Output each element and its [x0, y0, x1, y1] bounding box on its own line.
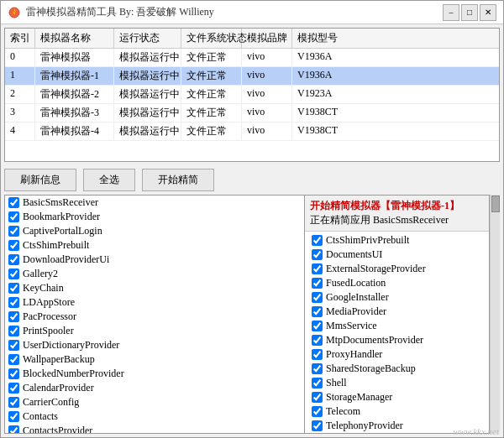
app-label: Gallery2	[23, 268, 58, 280]
list-item[interactable]: FusedLocation	[308, 276, 486, 290]
list-item[interactable]: BlockedNumberProvider	[5, 367, 304, 381]
app-checkbox[interactable]	[312, 235, 323, 246]
list-item[interactable]: WallpaperBackup	[5, 352, 304, 367]
close-button[interactable]: ✕	[480, 4, 496, 21]
app-checkbox[interactable]	[8, 397, 19, 408]
list-item[interactable]: StorageManager	[308, 390, 486, 404]
scrollbar-thumb[interactable]	[491, 196, 500, 212]
list-item[interactable]: KeyChain	[5, 281, 304, 295]
app-checkbox[interactable]	[8, 383, 19, 394]
list-item[interactable]: MmsService	[308, 319, 486, 333]
app-checkbox[interactable]	[312, 321, 323, 331]
app-label: MediaProvider	[326, 305, 386, 318]
app-checkbox[interactable]	[312, 349, 323, 360]
table-cell: vivo	[242, 49, 292, 66]
table-cell: 文件正常	[181, 67, 242, 85]
app-checkbox[interactable]	[312, 278, 323, 289]
app-checkbox[interactable]	[312, 378, 323, 388]
left-app-list: BasicSmsReceiverBookmarkProviderCaptiveP…	[4, 195, 305, 434]
trim-button[interactable]: 开始精简	[142, 169, 214, 191]
list-item[interactable]: UserDictionaryProvider	[5, 338, 304, 352]
app-checkbox[interactable]	[8, 425, 19, 434]
app-label: CaptivePortalLogin	[23, 225, 102, 237]
main-window: 雷神模拟器精简工具 By: 吾爱破解 Willieny – □ ✕ 索引 模拟器…	[0, 0, 504, 438]
list-item[interactable]: DownloadProviderUi	[5, 253, 304, 267]
app-checkbox[interactable]	[8, 340, 19, 351]
list-item[interactable]: Shell	[308, 376, 486, 390]
table-cell: 模拟器运行中	[114, 67, 181, 85]
table-header: 索引 模拟器名称 运行状态 文件系统状态 模拟品牌 模拟型号	[5, 29, 499, 49]
list-item[interactable]: BookmarkProvider	[5, 210, 304, 224]
app-label: SharedStorageBackup	[326, 362, 416, 375]
table-cell: 模拟器运行中	[114, 49, 181, 66]
list-item[interactable]: CaptivePortalLogin	[5, 224, 304, 238]
app-checkbox[interactable]	[8, 311, 19, 322]
table-cell: 1	[5, 67, 35, 85]
app-checkbox[interactable]	[312, 392, 323, 403]
app-label: LDAppStore	[23, 296, 75, 309]
app-checkbox[interactable]	[312, 420, 323, 431]
app-checkbox[interactable]	[8, 283, 19, 294]
list-item[interactable]: Contacts	[5, 409, 304, 424]
app-checkbox[interactable]	[312, 406, 323, 417]
window-title: 雷神模拟器精简工具 By: 吾爱破解 Willieny	[26, 5, 443, 19]
table-row[interactable]: 0雷神模拟器模拟器运行中文件正常vivoV1936A	[5, 49, 499, 67]
list-item[interactable]: DocumentsUI	[308, 248, 486, 262]
app-checkbox[interactable]	[8, 211, 19, 222]
minimize-button[interactable]: –	[443, 4, 459, 21]
app-checkbox[interactable]	[8, 226, 19, 237]
list-item[interactable]: ExternalStorageProvider	[308, 262, 486, 276]
col-header-brand: 模拟品牌	[242, 29, 292, 48]
list-item[interactable]: Gallery2	[5, 267, 304, 281]
list-item[interactable]: MtpDocumentsProvider	[308, 333, 486, 347]
list-item[interactable]: PrintSpooler	[5, 324, 304, 338]
app-label: GoogleInstaller	[326, 291, 389, 304]
maximize-button[interactable]: □	[461, 4, 478, 21]
list-item[interactable]: SharedStorageBackup	[308, 362, 486, 376]
scrollbar[interactable]	[490, 195, 500, 434]
list-item[interactable]: BasicSmsReceiver	[5, 196, 304, 210]
select-all-button[interactable]: 全选	[83, 169, 135, 191]
app-label: DocumentsUI	[326, 248, 382, 261]
list-item[interactable]: CarrierConfig	[5, 395, 304, 409]
app-checkbox[interactable]	[8, 354, 19, 365]
app-label: MtpDocumentsProvider	[326, 334, 423, 347]
app-checkbox[interactable]	[312, 249, 323, 260]
table-row[interactable]: 1雷神模拟器-1模拟器运行中文件正常vivoV1936A	[5, 67, 499, 86]
app-checkbox[interactable]	[8, 297, 19, 308]
table-row[interactable]: 3雷神模拟器-3模拟器运行中文件正常vivoV1938CT	[5, 104, 499, 123]
app-checkbox[interactable]	[8, 326, 19, 336]
table-cell: 雷神模拟器-4	[35, 123, 114, 140]
app-checkbox[interactable]	[312, 363, 323, 374]
app-checkbox[interactable]	[8, 411, 19, 422]
col-header-run-status: 运行状态	[114, 29, 181, 48]
app-checkbox[interactable]	[8, 269, 19, 279]
app-checkbox[interactable]	[312, 306, 323, 317]
table-row[interactable]: 4雷神模拟器-4模拟器运行中文件正常vivoV1938CT	[5, 123, 499, 141]
table-row[interactable]: 2雷神模拟器-2模拟器运行中文件正常vivoV1923A	[5, 86, 499, 104]
app-label: ExternalStorageProvider	[326, 263, 426, 275]
list-item[interactable]: GoogleInstaller	[308, 290, 486, 305]
list-item[interactable]: CtsShimPrebuilt	[5, 238, 304, 253]
app-checkbox[interactable]	[312, 263, 323, 274]
list-item[interactable]: ContactsProvider	[5, 424, 304, 434]
app-checkbox[interactable]	[8, 197, 19, 208]
emulator-table: 索引 模拟器名称 运行状态 文件系统状态 模拟品牌 模拟型号 0雷神模拟器模拟器…	[4, 28, 500, 162]
list-item[interactable]: CalendarProvider	[5, 381, 304, 395]
app-checkbox[interactable]	[312, 292, 323, 303]
app-checkbox[interactable]	[312, 335, 323, 346]
list-item[interactable]: LDAppStore	[5, 295, 304, 310]
list-item[interactable]: Telecom	[308, 404, 486, 419]
app-checkbox[interactable]	[8, 368, 19, 379]
list-item[interactable]: ProxyHandler	[308, 347, 486, 362]
status-line-2: 正在精简应用 BasicSmsReceiver	[310, 213, 484, 227]
list-item[interactable]: CtsShimPrivPrebuilt	[308, 233, 486, 248]
app-checkbox[interactable]	[8, 254, 19, 265]
list-item[interactable]: MediaProvider	[308, 305, 486, 319]
refresh-button[interactable]: 刷新信息	[4, 169, 76, 191]
main-area: BasicSmsReceiverBookmarkProviderCaptiveP…	[4, 195, 500, 434]
table-cell: 雷神模拟器-3	[35, 104, 114, 122]
list-item[interactable]: PacProcessor	[5, 310, 304, 324]
app-label: FusedLocation	[326, 277, 386, 289]
app-checkbox[interactable]	[8, 240, 19, 251]
